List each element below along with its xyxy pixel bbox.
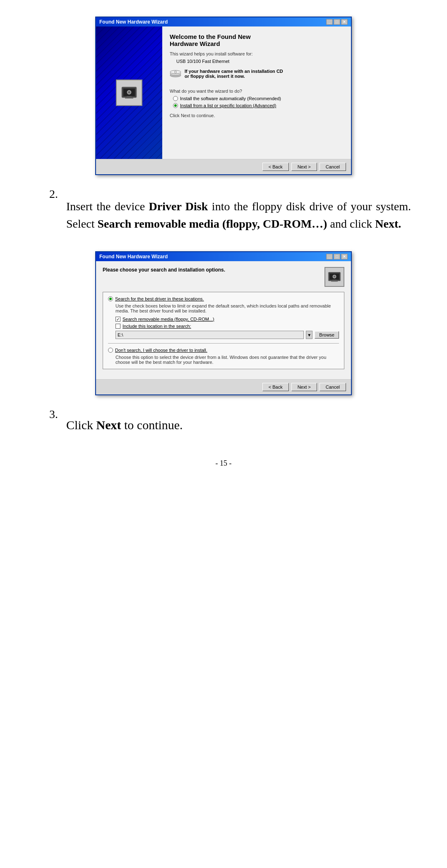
wizard2-body: Please choose your search and installati… xyxy=(96,261,351,379)
wizard2-checkbox1[interactable]: ✓ Search removable media (floppy, CD-ROM… xyxy=(115,317,339,322)
wizard2-back-btn[interactable]: < Back xyxy=(262,383,289,391)
step2-bold-driver: Driver Disk xyxy=(149,200,208,213)
cd-icon xyxy=(170,70,181,84)
minimize-btn[interactable]: _ xyxy=(326,19,333,25)
wizard1-cancel-btn[interactable]: Cancel xyxy=(320,163,346,171)
svg-rect-13 xyxy=(332,280,336,281)
step2-bold-next: Next. xyxy=(375,217,401,230)
wizard1-option2[interactable]: Install from a list or specific location… xyxy=(173,103,344,108)
wizard2-desc1: Use the check boxes below to limit or ex… xyxy=(115,303,339,313)
step3-content: Click Next to continue. xyxy=(66,408,414,442)
maximize-btn[interactable]: □ xyxy=(334,19,340,25)
step2-text: Insert the device Driver Disk into the f… xyxy=(66,198,414,233)
svg-rect-3 xyxy=(125,98,133,99)
titlebar-buttons: _ □ ✕ xyxy=(326,19,348,25)
wizard2-radio1-label: Search for the best driver in these loca… xyxy=(115,296,204,301)
radio1-circle xyxy=(173,96,178,101)
checkbox1-sq: ✓ xyxy=(115,317,120,322)
wizard2-desc2: Choose this option to select the device … xyxy=(115,355,339,365)
wizard2-titlebar: Found New Hardware Wizard _ □ ✕ xyxy=(96,252,351,261)
wizard2-subtitle: Please choose your search and installati… xyxy=(103,267,225,273)
wizard2-title: Found New Hardware Wizard xyxy=(99,254,168,260)
wizard1-cd-text: If your hardware came with an installati… xyxy=(185,69,283,79)
wizard2-radio2-label: Don't search, I will choose the driver t… xyxy=(115,348,207,353)
wizard1-titlebar: Found New Hardware Wizard _ □ ✕ xyxy=(96,17,351,26)
wizard1-intro: This wizard helps you install software f… xyxy=(170,51,344,56)
section-divider xyxy=(108,343,339,344)
wizard2-minimize-btn[interactable]: _ xyxy=(326,254,333,260)
wizard1-body: Welcome to the Found NewHardware Wizard … xyxy=(96,26,351,159)
checkbox2-sq xyxy=(115,324,120,329)
checkbox1-label: Search removable media (floppy, CD-ROM..… xyxy=(123,317,214,322)
radio2-label: Install from a list or specific location… xyxy=(180,103,276,108)
wizard2-radio1[interactable]: Search for the best driver in these loca… xyxy=(108,296,339,301)
wizard2-maximize-btn[interactable]: □ xyxy=(334,254,340,260)
wizard2-footer: < Back Next > Cancel xyxy=(96,379,351,394)
close-btn[interactable]: ✕ xyxy=(341,19,348,25)
hardware-icon xyxy=(116,79,142,106)
browse-btn[interactable]: Browse xyxy=(315,331,339,339)
wizard2-radio2-circle xyxy=(108,348,113,353)
wizard2-cancel-btn[interactable]: Cancel xyxy=(320,383,346,391)
wizard2-dialog: Found New Hardware Wizard _ □ ✕ Please c… xyxy=(95,251,352,395)
wizard1-device: USB 10/100 Fast Ethernet xyxy=(176,59,344,64)
step2-content: Insert the device Driver Disk into the f… xyxy=(66,188,414,243)
step3-container: 3. Click Next to continue. xyxy=(33,408,414,442)
radio2-circle xyxy=(173,103,178,108)
wizard2-radio1-circle xyxy=(108,296,113,301)
wizard2-close-btn[interactable]: ✕ xyxy=(341,254,348,260)
wizard2-radio2[interactable]: Don't search, I will choose the driver t… xyxy=(108,348,339,353)
wizard1-next-btn[interactable]: Next > xyxy=(291,163,317,171)
svg-rect-14 xyxy=(331,281,338,282)
step3-bold-next: Next xyxy=(96,418,121,432)
options-box: Search for the best driver in these loca… xyxy=(103,292,344,369)
page-number: - 15 - xyxy=(33,459,414,468)
svg-point-16 xyxy=(334,276,336,278)
path-input[interactable] xyxy=(115,331,304,339)
svg-point-5 xyxy=(128,91,130,94)
wizard1-welcome-title: Welcome to the Found NewHardware Wizard xyxy=(170,33,344,47)
step3-number: 3. xyxy=(33,408,58,421)
wizard1-dialog: Found New Hardware Wizard _ □ ✕ Welcome … xyxy=(95,17,352,175)
svg-point-10 xyxy=(175,72,176,73)
wizard1-click-next: Click Next to continue. xyxy=(170,113,344,118)
wizard2-titlebar-buttons: _ □ ✕ xyxy=(326,254,348,260)
svg-rect-2 xyxy=(127,96,132,98)
wizard2-hw-icon xyxy=(324,267,344,287)
wizard1-option1[interactable]: Install the software automatically (Reco… xyxy=(173,96,344,101)
wizard1-question: What do you want the wizard to do? xyxy=(170,89,344,94)
wizard1-content: Welcome to the Found NewHardware Wizard … xyxy=(162,26,351,159)
wizard2-header-row: Please choose your search and installati… xyxy=(103,267,344,287)
wizard1-sidebar xyxy=(96,26,162,159)
wizard1-cd-section: If your hardware came with an installati… xyxy=(170,69,344,84)
wizard1-title: Found New Hardware Wizard xyxy=(99,19,168,25)
path-dropdown[interactable]: ▼ xyxy=(306,331,312,339)
path-row: ▼ Browse xyxy=(115,331,339,339)
step2-bold-search: Search removable media (floppy, CD-ROM…) xyxy=(97,217,327,230)
step2-container: 2. Insert the device Driver Disk into th… xyxy=(33,188,414,243)
radio1-label: Install the software automatically (Reco… xyxy=(180,96,281,101)
step3-text: Click Next to continue. xyxy=(66,418,414,432)
wizard2-next-btn[interactable]: Next > xyxy=(291,383,317,391)
step2-number: 2. xyxy=(33,188,58,243)
checkbox2-label: Include this location in the search: xyxy=(123,324,191,329)
wizard1-footer: < Back Next > Cancel xyxy=(96,159,351,174)
wizard2-checkbox2[interactable]: Include this location in the search: xyxy=(115,324,339,329)
wizard1-back-btn[interactable]: < Back xyxy=(262,163,289,171)
